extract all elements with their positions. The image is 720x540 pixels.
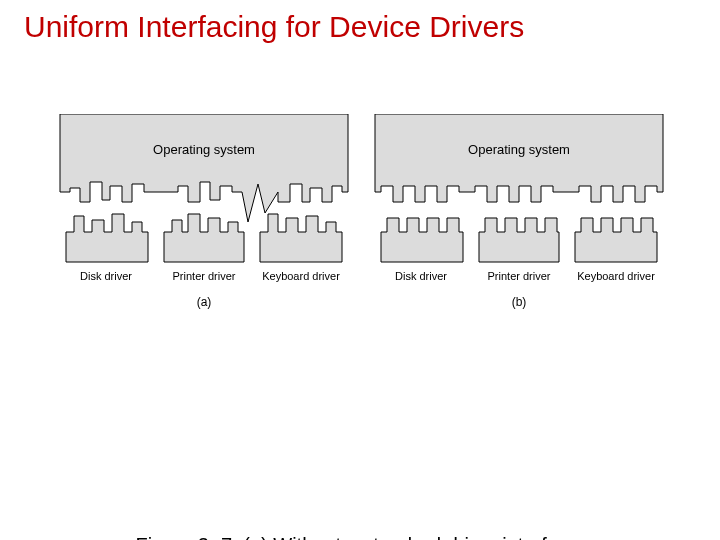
os-block-a (60, 114, 348, 222)
os-label-a: Operating system (153, 142, 255, 157)
os-label-b: Operating system (468, 142, 570, 157)
page-title: Uniform Interfacing for Device Drivers (0, 0, 720, 44)
printer-driver-a (164, 214, 244, 262)
keyboard-driver-b (575, 218, 657, 262)
printer-driver-b (479, 218, 559, 262)
disk-driver-label-a: Disk driver (80, 270, 132, 282)
disk-driver-a (66, 214, 148, 262)
keyboard-driver-a (260, 214, 342, 262)
disk-driver-b (381, 218, 463, 262)
panel-a-label: (a) (197, 295, 212, 309)
keyboard-driver-label-a: Keyboard driver (262, 270, 340, 282)
printer-driver-label-a: Printer driver (173, 270, 236, 282)
disk-driver-label-b: Disk driver (395, 270, 447, 282)
figure-caption: Figure 3 -7. (a) Without a standard driv… (0, 532, 720, 540)
panel-b-label: (b) (512, 295, 527, 309)
os-block-b (375, 114, 663, 202)
figure: Operating system Disk driver Printer dri… (0, 114, 720, 474)
caption-line-1: Figure 3 -7. (a) Without a standard driv… (135, 534, 584, 540)
printer-driver-label-b: Printer driver (488, 270, 551, 282)
keyboard-driver-label-b: Keyboard driver (577, 270, 655, 282)
